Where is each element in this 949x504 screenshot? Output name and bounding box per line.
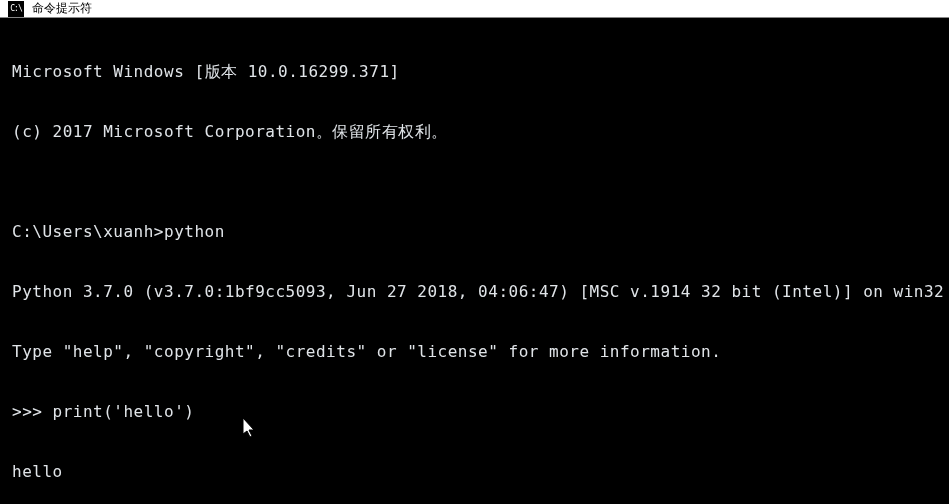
terminal-line: (c) 2017 Microsoft Corporation。保留所有权利。 (12, 122, 937, 142)
window-title: 命令提示符 (32, 0, 92, 17)
terminal-line: Microsoft Windows [版本 10.0.16299.371] (12, 62, 937, 82)
terminal-line: Python 3.7.0 (v3.7.0:1bf9cc5093, Jun 27 … (12, 282, 937, 302)
command-prompt-window: C:\ 命令提示符 Microsoft Windows [版本 10.0.162… (0, 0, 949, 504)
terminal-line: hello (12, 462, 937, 482)
terminal-line: C:\Users\xuanh>python (12, 222, 937, 242)
terminal-line: >>> print('hello') (12, 402, 937, 422)
terminal-area[interactable]: Microsoft Windows [版本 10.0.16299.371] (c… (0, 18, 949, 504)
mouse-cursor-icon (243, 418, 259, 440)
titlebar[interactable]: C:\ 命令提示符 (0, 0, 949, 18)
terminal-line: Type "help", "copyright", "credits" or "… (12, 342, 937, 362)
cmd-icon: C:\ (8, 1, 24, 17)
